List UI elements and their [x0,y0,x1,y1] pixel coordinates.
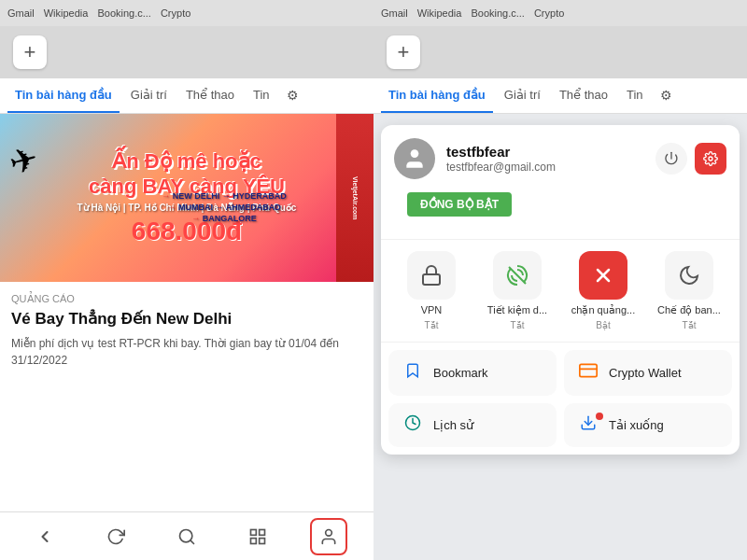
vpn-icon-circle [407,251,456,300]
ad-routes: → NEW DELHI → HYDERABAD → MUMBAI → AHMED… [162,191,287,225]
save-data-label: Tiết kiệm d... [487,303,547,316]
airplane-icon: ✈ [5,139,42,184]
night-mode-status: Tắt [683,320,697,330]
svg-point-7 [411,149,419,158]
svg-rect-4 [260,538,265,543]
right-tab-tin-bai[interactable]: Tin bài hàng đầu [381,78,493,113]
right-category-tabs: Tin bài hàng đầu Giải trí Thể thao Tin ⚙ [374,78,747,114]
tab-crypto-right[interactable]: Crypto [534,7,564,19]
history-label: Lịch sử [433,418,473,432]
left-category-tabs: Tin bài hàng đầu Giải trí Thể thao Tin ⚙ [0,78,374,114]
profile-header: testfbfear testfbfear@gmail.com [381,125,740,189]
block-ads-feature[interactable]: chặn quảng... Bật [571,251,636,330]
night-mode-feature[interactable]: Chế độ ban... Tắt [656,251,722,330]
settings-button[interactable] [695,143,726,175]
profile-button[interactable] [310,518,347,555]
left-tab-tin[interactable]: Tin [246,78,277,113]
sync-area: ĐỒNG BỘ BẬT [381,189,740,239]
vpn-status: Tắt [425,320,439,330]
avatar [394,138,435,179]
search-button[interactable] [168,518,205,555]
left-browser-tabs: Gmail Wikipedia Booking.c... Crypto [0,0,374,26]
news-desc: Miễn phí dịch vụ test RT-PCR khi bay. Th… [11,335,362,369]
right-panel: Gmail Wikipedia Booking.c... Crypto + Ti… [374,0,747,560]
menu-items-grid: Bookmark Crypto Wallet Lịch sử [381,342,740,455]
profile-dropdown: testfbfear testfbfear@gmail.com ĐỒNG BỘ … [381,125,740,455]
svg-rect-5 [251,538,257,543]
tab-crypto-left[interactable]: Crypto [161,7,190,19]
block-ads-icon-circle [579,251,627,300]
news-ad-label: QUẢNG CÁO [11,293,362,305]
right-new-tab-button[interactable]: + [387,35,420,69]
svg-point-6 [326,529,332,536]
tab-gmail-right[interactable]: Gmail [381,7,408,19]
profile-name: testfbfear [446,144,644,160]
save-data-feature[interactable]: Tiết kiệm d... Tắt [485,251,550,330]
left-new-tab-area: + [0,26,374,78]
profile-email: testfbfear@gmail.com [446,161,644,174]
profile-actions [655,143,726,175]
history-menu-item[interactable]: Lịch sử [388,403,557,447]
crypto-wallet-label: Crypto Wallet [609,366,682,380]
tab-booking-right[interactable]: Booking.c... [471,7,524,19]
svg-point-9 [709,157,712,161]
left-ad-banner: ✈ Ấn Độ mê hoặc càng BAY càng YÊU Từ Hà … [0,114,374,282]
download-label: Tải xuống [609,418,664,432]
left-news-section: QUẢNG CÁO Vé Bay Thẳng Đến New Delhi Miễ… [0,282,374,369]
back-button[interactable] [26,518,63,555]
block-ads-label: chặn quảng... [571,303,635,316]
history-icon [402,414,424,436]
save-data-icon-circle [493,251,542,300]
tab-gmail-left[interactable]: Gmail [7,7,35,19]
tab-booking-left[interactable]: Booking.c... [97,7,150,19]
svg-rect-10 [423,274,440,285]
night-mode-icon-circle [665,251,713,300]
right-tab-the-thao[interactable]: Thể thao [552,78,615,113]
ad-text-india: Ấn Độ mê hoặc [78,149,297,174]
vpn-label: VPN [421,303,443,316]
power-button[interactable] [655,143,687,175]
night-mode-label: Chế độ ban... [657,303,721,316]
save-data-status: Tắt [511,320,525,330]
right-tab-giai-tri[interactable]: Giải trí [497,78,548,113]
left-tab-tin-bai[interactable]: Tin bài hàng đầu [7,78,120,113]
right-tab-tin[interactable]: Tin [619,78,651,113]
bookmark-menu-item[interactable]: Bookmark [388,350,557,396]
profile-info: testfbfear testfbfear@gmail.com [446,144,644,174]
refresh-button[interactable] [97,518,134,555]
download-menu-item[interactable]: Tải xuống [564,403,732,447]
left-panel: Gmail Wikipedia Booking.c... Crypto + Ti… [0,0,374,560]
download-badge [596,413,603,420]
ad-logo: VietjetAir.com [336,114,374,282]
svg-rect-3 [260,529,265,535]
crypto-wallet-menu-item[interactable]: Crypto Wallet [564,350,732,396]
right-filter-icon[interactable]: ⚙ [655,78,678,113]
right-new-tab-area: + [374,26,747,78]
left-bottom-nav [0,511,374,560]
svg-rect-13 [580,365,597,377]
block-ads-status: Bật [596,320,610,330]
sync-button[interactable]: ĐỒNG BỘ BẬT [407,192,512,217]
left-tab-giai-tri[interactable]: Giải trí [123,78,175,113]
news-title: Vé Bay Thẳng Đến New Delhi [11,309,362,329]
tabs-button[interactable] [239,518,276,555]
left-content-area: ✈ Ấn Độ mê hoặc càng BAY càng YÊU Từ Hà … [0,114,374,511]
feature-icons-row: VPN Tắt Tiết kiệm d... Tắt chặn quản [381,239,740,342]
bookmark-label: Bookmark [433,366,488,380]
download-icon [577,414,599,436]
ad-banner-content: Ấn Độ mê hoặc càng BAY càng YÊU Từ Hà Nộ… [78,149,297,246]
left-tab-the-thao[interactable]: Thể thao [178,78,242,113]
crypto-wallet-icon [577,361,599,385]
right-browser-tabs: Gmail Wikipedia Booking.c... Crypto [374,0,747,26]
bookmark-icon [402,362,424,384]
svg-line-1 [190,539,194,543]
left-new-tab-button[interactable]: + [13,35,47,69]
svg-rect-2 [251,529,257,535]
tab-wikipedia-left[interactable]: Wikipedia [44,7,89,19]
vpn-feature[interactable]: VPN Tắt [399,251,464,330]
tab-wikipedia-right[interactable]: Wikipedia [417,7,462,19]
left-filter-icon[interactable]: ⚙ [281,78,304,113]
